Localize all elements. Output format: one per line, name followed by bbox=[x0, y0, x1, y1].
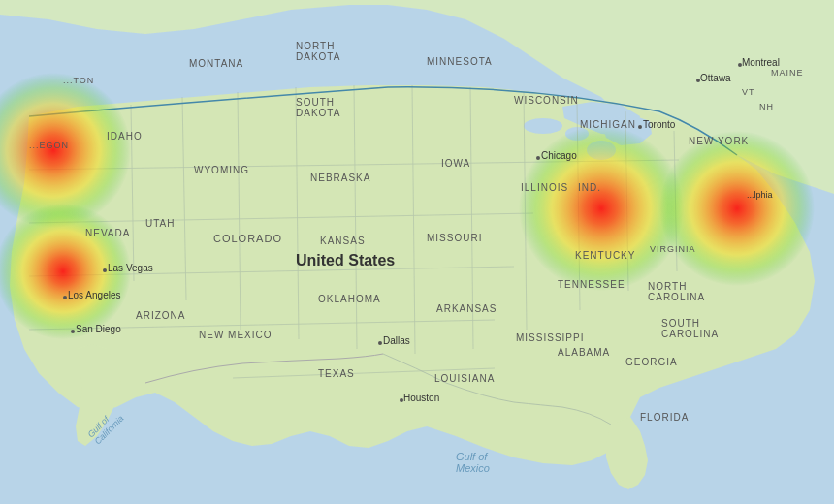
dot-san-diego bbox=[71, 330, 75, 333]
map-svg bbox=[0, 0, 834, 504]
svg-point-2 bbox=[524, 118, 562, 134]
dot-chicago bbox=[536, 156, 540, 160]
dot-las-vegas bbox=[103, 268, 107, 272]
dot-montreal bbox=[738, 63, 742, 67]
dot-dallas bbox=[378, 341, 382, 345]
dot-los-angeles bbox=[63, 296, 67, 299]
svg-point-1 bbox=[587, 141, 616, 160]
dot-ottawa bbox=[696, 79, 700, 82]
map-container: MONTANA IDAHO WYOMING NEVADA UTAH COLORA… bbox=[0, 0, 834, 504]
dot-houston bbox=[400, 398, 403, 402]
dot-toronto bbox=[638, 125, 642, 129]
